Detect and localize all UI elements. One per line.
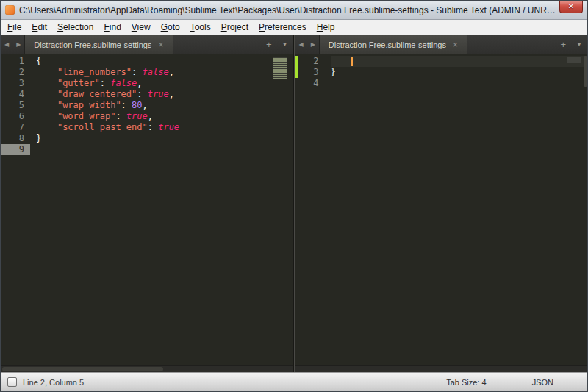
tabbar: ◀ ▶ Distraction Free.sublime-settings × … xyxy=(1,35,293,54)
statusbar: Line 2, Column 5 Tab Size: 4 JSON xyxy=(1,372,587,391)
code-token: "gutter" xyxy=(57,78,100,88)
code-token: : xyxy=(100,78,110,88)
line-number[interactable]: 2 xyxy=(295,56,325,67)
code-token: : xyxy=(115,111,126,121)
code-line[interactable]: "scroll_past_end": true xyxy=(36,122,293,133)
line-number[interactable]: 3 xyxy=(295,67,325,78)
code-token: : xyxy=(121,100,132,110)
tabbar: ◀ ▶ Distraction Free.sublime-settings × … xyxy=(295,35,588,54)
pane-0: ◀ ▶ Distraction Free.sublime-settings × … xyxy=(1,35,293,372)
minimap[interactable] xyxy=(271,56,289,81)
window-title: C:\Users\Administrator\AppData\Roaming\S… xyxy=(19,5,558,15)
code-token: { xyxy=(36,56,41,66)
tab-scroll-left-icon[interactable]: ◀ xyxy=(1,41,12,48)
menu-item-tools[interactable]: Tools xyxy=(185,20,216,35)
menu-item-help[interactable]: Help xyxy=(312,20,340,35)
code-line[interactable] xyxy=(331,56,588,67)
line-number[interactable]: 4 xyxy=(1,89,30,100)
editor: 123456789 { "line_numbers": false, "gutt… xyxy=(1,54,293,365)
code-token: , xyxy=(137,78,142,88)
code-line[interactable]: "gutter": false, xyxy=(36,78,293,89)
code-token: } xyxy=(36,133,41,143)
menu-item-find[interactable]: Find xyxy=(98,20,126,35)
code-token: true xyxy=(158,122,179,132)
line-number[interactable]: 9 xyxy=(1,144,30,155)
tab-close-icon[interactable]: × xyxy=(158,40,163,50)
code-token xyxy=(36,111,57,121)
sublime-app-icon xyxy=(5,5,15,15)
tab-size-indicator[interactable]: Tab Size: 4 xyxy=(446,378,486,387)
menu-item-project[interactable]: Project xyxy=(216,20,254,35)
vscroll-thumb[interactable] xyxy=(584,56,587,87)
pane-1: ◀ ▶ Distraction Free.sublime-settings × … xyxy=(295,35,588,372)
line-number[interactable]: 8 xyxy=(1,133,30,144)
new-tab-button[interactable]: + xyxy=(555,39,571,50)
code-line[interactable]: } xyxy=(331,67,588,78)
code-line[interactable]: "draw_centered": true, xyxy=(36,89,293,100)
code-area[interactable]: } xyxy=(325,56,588,365)
gutter: 234 xyxy=(295,56,325,365)
code-line[interactable] xyxy=(331,78,588,89)
code-token: "draw_centered" xyxy=(57,89,137,99)
tab-close-icon[interactable]: × xyxy=(453,40,458,50)
code-token: "scroll_past_end" xyxy=(57,122,148,132)
tab-overflow-icon[interactable]: ▼ xyxy=(571,41,587,48)
tab-scroll-left-icon[interactable]: ◀ xyxy=(295,41,307,48)
line-number[interactable]: 2 xyxy=(1,67,30,78)
menubar: FileEditSelectionFindViewGotoToolsProjec… xyxy=(1,20,587,35)
code-token: false xyxy=(143,67,169,77)
minimap[interactable] xyxy=(565,56,583,65)
editor-split: ◀ ▶ Distraction Free.sublime-settings × … xyxy=(1,35,587,372)
line-number[interactable]: 4 xyxy=(295,78,325,89)
code-line[interactable] xyxy=(36,144,293,155)
line-number[interactable]: 7 xyxy=(1,122,30,133)
horizontal-scrollbar[interactable] xyxy=(295,365,588,372)
line-number[interactable]: 1 xyxy=(1,56,30,67)
tab-scroll-right-icon[interactable]: ▶ xyxy=(12,41,24,48)
code-line[interactable]: "wrap_width": 80, xyxy=(36,100,293,111)
horizontal-scrollbar[interactable] xyxy=(1,365,293,372)
cursor-position: Line 2, Column 5 xyxy=(23,378,84,387)
line-number[interactable]: 3 xyxy=(1,78,30,89)
code-token: "wrap_width" xyxy=(57,100,121,110)
code-token xyxy=(36,78,57,88)
line-number[interactable]: 5 xyxy=(1,100,30,111)
menu-item-file[interactable]: File xyxy=(2,20,26,35)
code-line[interactable]: } xyxy=(36,133,293,144)
menu-item-preferences[interactable]: Preferences xyxy=(254,20,312,35)
code-token: true xyxy=(126,111,148,121)
menu-item-edit[interactable]: Edit xyxy=(26,20,52,35)
status-icon[interactable] xyxy=(7,377,17,387)
tab-overflow-icon[interactable]: ▼ xyxy=(277,41,293,48)
code-token xyxy=(36,89,57,99)
code-area[interactable]: { "line_numbers": false, "gutter": false… xyxy=(30,56,293,365)
code-token xyxy=(331,56,352,66)
tab-distraction-free-settings[interactable]: Distraction Free.sublime-settings × xyxy=(319,35,467,54)
vertical-scrollbar[interactable] xyxy=(584,54,587,365)
titlebar[interactable]: C:\Users\Administrator\AppData\Roaming\S… xyxy=(1,1,587,20)
code-token: : xyxy=(137,89,147,99)
code-line[interactable]: "word_wrap": true, xyxy=(36,111,293,122)
tab-label: Distraction Free.sublime-settings xyxy=(329,40,446,49)
code-token: : xyxy=(132,67,142,77)
menu-item-selection[interactable]: Selection xyxy=(52,20,98,35)
code-token: "word_wrap" xyxy=(57,111,115,121)
code-line[interactable]: { xyxy=(36,56,293,67)
syntax-indicator[interactable]: JSON xyxy=(532,378,553,387)
line-number[interactable]: 6 xyxy=(1,111,30,122)
menu-item-view[interactable]: View xyxy=(126,20,156,35)
editor: 234 } xyxy=(295,54,588,365)
code-token: "line_numbers" xyxy=(57,67,132,77)
tab-distraction-free-settings[interactable]: Distraction Free.sublime-settings × xyxy=(24,35,173,54)
tabbar-spacer xyxy=(173,35,261,54)
close-window-button[interactable]: ✕ xyxy=(559,1,583,13)
code-token: : xyxy=(148,122,158,132)
tab-scroll-right-icon[interactable]: ▶ xyxy=(307,41,319,48)
code-token: 80 xyxy=(132,100,142,110)
hscroll-thumb[interactable] xyxy=(2,367,163,371)
code-token: , xyxy=(143,100,148,110)
new-tab-button[interactable]: + xyxy=(261,39,277,50)
code-token: true xyxy=(148,89,169,99)
menu-item-goto[interactable]: Goto xyxy=(156,20,185,35)
code-line[interactable]: "line_numbers": false, xyxy=(36,67,293,78)
